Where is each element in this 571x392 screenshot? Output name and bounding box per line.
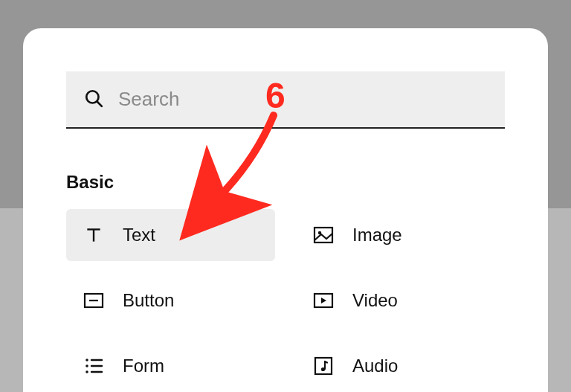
element-item-form[interactable]: Form bbox=[66, 340, 275, 392]
element-label: Text bbox=[123, 225, 155, 245]
svg-rect-16 bbox=[315, 358, 332, 374]
element-item-text[interactable]: Text bbox=[66, 209, 275, 261]
search-icon bbox=[84, 89, 103, 111]
svg-point-12 bbox=[86, 364, 88, 367]
search-input[interactable] bbox=[118, 88, 487, 111]
element-label: Image bbox=[352, 225, 402, 245]
element-item-audio[interactable]: Audio bbox=[296, 340, 505, 392]
element-picker-panel: Basic Text Image bbox=[23, 28, 548, 392]
audio-icon bbox=[312, 355, 335, 377]
video-icon bbox=[312, 289, 335, 312]
svg-line-1 bbox=[97, 101, 102, 106]
svg-point-17 bbox=[321, 367, 325, 371]
element-item-video[interactable]: Video bbox=[296, 274, 505, 327]
annotation-step-number: 6 bbox=[265, 75, 286, 116]
element-label: Audio bbox=[352, 356, 398, 376]
element-label: Video bbox=[352, 290, 398, 311]
svg-marker-9 bbox=[321, 298, 326, 303]
element-label: Form bbox=[123, 356, 164, 376]
elements-grid: Text Image Button bbox=[66, 209, 505, 392]
search-row[interactable] bbox=[66, 71, 505, 129]
svg-point-10 bbox=[86, 359, 88, 362]
svg-point-14 bbox=[86, 370, 88, 373]
element-label: Button bbox=[123, 290, 174, 311]
image-icon bbox=[312, 224, 335, 246]
text-icon bbox=[83, 224, 105, 246]
section-title-basic: Basic bbox=[66, 172, 505, 193]
element-item-button[interactable]: Button bbox=[66, 274, 275, 327]
element-item-image[interactable]: Image bbox=[296, 209, 505, 261]
form-icon bbox=[83, 355, 105, 377]
button-icon bbox=[83, 289, 105, 312]
